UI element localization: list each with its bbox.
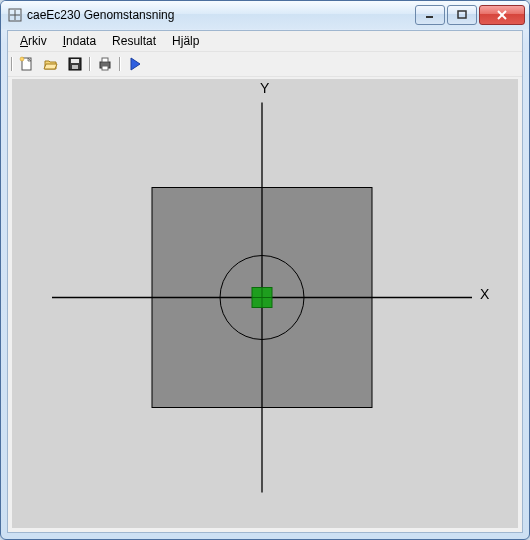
svg-rect-12: [72, 65, 78, 69]
window-title: caeEc230 Genomstansning: [27, 8, 413, 22]
svg-rect-15: [102, 66, 108, 70]
svg-point-9: [20, 57, 24, 61]
save-button[interactable]: [64, 53, 86, 75]
minimize-button[interactable]: [415, 5, 445, 25]
open-icon: [43, 56, 59, 72]
maximize-button[interactable]: [447, 5, 477, 25]
new-button[interactable]: [16, 53, 38, 75]
titlebar[interactable]: caeEc230 Genomstansning: [1, 1, 529, 29]
menubar: Arkiv Indata Resultat Hjälp: [8, 31, 522, 52]
svg-marker-16: [131, 58, 140, 70]
run-icon: [127, 56, 143, 72]
viewport[interactable]: Y X: [12, 79, 518, 528]
menu-resultat[interactable]: Resultat: [104, 32, 164, 50]
diagram: [12, 79, 518, 528]
window-controls: [413, 5, 525, 25]
x-axis-label: X: [480, 286, 489, 302]
run-button[interactable]: [124, 53, 146, 75]
toolbar: [8, 52, 522, 77]
svg-rect-4: [458, 11, 466, 18]
svg-rect-11: [71, 59, 79, 63]
new-icon: [19, 56, 35, 72]
toolbar-separator-1: [88, 55, 92, 73]
close-button[interactable]: [479, 5, 525, 25]
toolbar-grip: [10, 55, 14, 73]
open-button[interactable]: [40, 53, 62, 75]
svg-rect-14: [102, 58, 108, 62]
toolbar-separator-2: [118, 55, 122, 73]
y-axis-label: Y: [260, 80, 269, 96]
save-icon: [67, 56, 83, 72]
menu-arkiv[interactable]: Arkiv: [12, 32, 55, 50]
app-icon: [7, 7, 23, 23]
menu-hjalp[interactable]: Hjälp: [164, 32, 207, 50]
print-button[interactable]: [94, 53, 116, 75]
print-icon: [97, 56, 113, 72]
client-area: Arkiv Indata Resultat Hjälp: [7, 30, 523, 533]
menu-indata[interactable]: Indata: [55, 32, 104, 50]
app-window: caeEc230 Genomstansning Arkiv Indata Res…: [0, 0, 530, 540]
